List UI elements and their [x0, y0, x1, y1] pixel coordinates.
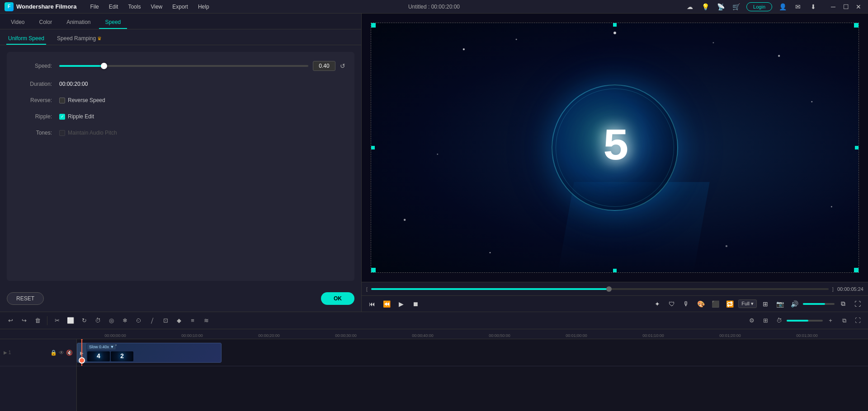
mic-icon[interactable]: 🎙 — [680, 298, 692, 310]
progress-thumb[interactable] — [606, 286, 612, 292]
speed-button[interactable]: ⏱ — [92, 315, 104, 327]
svg-point-6 — [437, 154, 438, 155]
tones-checkbox-row: Maintain Audio Pitch — [59, 130, 117, 136]
ratio-icon[interactable]: ⬛ — [709, 298, 721, 310]
ok-button[interactable]: OK — [321, 292, 354, 305]
expand-btn[interactable]: ⛶ — [852, 315, 863, 327]
download-icon[interactable]: ⬇ — [808, 2, 818, 12]
undo-button[interactable]: ↩ — [5, 315, 16, 327]
tab-color[interactable]: Color — [33, 16, 58, 29]
handle-top-mid[interactable] — [613, 23, 617, 27]
speed-row: Speed: ↺ — [16, 61, 345, 71]
playhead[interactable] — [81, 339, 82, 366]
delete-button[interactable]: 🗑 — [32, 315, 43, 327]
slow-badge[interactable]: Slow 0.40x ▼ — [87, 344, 116, 350]
tl-grid[interactable]: ⊞ — [760, 315, 771, 327]
menu-file[interactable]: File — [85, 2, 103, 12]
freeze-button[interactable]: ❄ — [119, 315, 131, 327]
maximize-button[interactable]: ☐ — [841, 2, 851, 12]
stabilize-button[interactable]: ◎ — [105, 315, 117, 327]
loop-icon[interactable]: 🔁 — [724, 298, 736, 310]
ruler-mark-7: 00:01:10:00 — [615, 333, 692, 339]
minimize-button[interactable]: ─ — [828, 2, 838, 12]
profile-icon[interactable]: 👤 — [778, 2, 788, 12]
close-button[interactable]: ✕ — [854, 2, 863, 12]
stop-button[interactable]: ⏹ — [410, 298, 421, 310]
idea-icon[interactable]: 💡 — [700, 2, 710, 12]
skip-back-button[interactable]: ⏮ — [366, 298, 378, 310]
speed-slider-container: ↺ — [59, 61, 345, 71]
zoom-fit-button[interactable]: ⊡ — [160, 315, 171, 327]
quality-select[interactable]: Full ▾ — [738, 299, 757, 308]
volume-slider[interactable] — [803, 303, 835, 305]
split-button[interactable]: ⧸ — [146, 315, 158, 327]
progress-bar[interactable] — [371, 288, 829, 290]
live-icon[interactable]: 📡 — [716, 2, 726, 12]
render-icon[interactable]: ✦ — [651, 298, 663, 310]
login-button[interactable]: Login — [746, 2, 772, 11]
tones-checkbox[interactable] — [59, 130, 65, 136]
eye-icon[interactable]: 👁 — [59, 350, 64, 356]
menu-export[interactable]: Export — [168, 2, 193, 12]
reset-speed-icon[interactable]: ↺ — [340, 62, 345, 70]
speed-value-input[interactable] — [313, 61, 335, 71]
rotate-button[interactable]: ↻ — [78, 315, 90, 327]
lock-icon[interactable]: 🔒 — [50, 350, 57, 356]
color-icon[interactable]: 🎨 — [695, 298, 707, 310]
slider-thumb[interactable] — [101, 63, 107, 69]
tl-timeline-icon[interactable]: ⏱ — [773, 315, 785, 327]
app-logo: F Wondershare Filmora — [5, 2, 76, 11]
handle-bottom-mid[interactable] — [613, 269, 617, 272]
audio-button[interactable]: ≡ — [187, 315, 198, 327]
snapshot-button[interactable]: 📷 — [774, 298, 786, 310]
shield-icon[interactable]: 🛡 — [666, 298, 678, 310]
pip-tl-btn[interactable]: ⧉ — [838, 315, 850, 327]
fit-icon[interactable]: ⊞ — [760, 298, 771, 310]
cart-icon[interactable]: 🛒 — [731, 2, 741, 12]
crop-button[interactable]: ⬜ — [65, 315, 76, 327]
duration-label: Duration: — [16, 81, 52, 87]
handle-top-right[interactable] — [854, 23, 859, 28]
zoom-slider[interactable] — [787, 320, 823, 322]
preview-frame: 5 — [371, 23, 859, 273]
tab-animation[interactable]: Animation — [60, 16, 97, 29]
subtab-ramping[interactable]: Speed Ramping ♛ — [55, 33, 104, 45]
video-clip[interactable]: ▶ Countdown 7 Slow 0.40x ▼ 4 2 — [77, 343, 222, 363]
handle-top-left[interactable] — [371, 23, 376, 28]
tab-video[interactable]: Video — [5, 16, 31, 29]
cloud-icon[interactable]: ☁ — [685, 2, 695, 12]
tab-speed[interactable]: Speed — [99, 16, 127, 29]
controls-bar: ⏮ ⏪ ▶ ⏹ ✦ 🛡 🎙 🎨 ⬛ 🔁 Full ▾ ⊞ 📷 🔊 ⧉ ⛶ — [362, 295, 868, 312]
svg-point-1 — [516, 39, 517, 40]
timer-button[interactable]: ⏲ — [132, 315, 144, 327]
ripple-checkbox[interactable] — [59, 114, 65, 120]
reverse-checkbox[interactable] — [59, 98, 65, 103]
redo-button[interactable]: ↪ — [18, 315, 30, 327]
ripple-button[interactable]: ≋ — [200, 315, 212, 327]
speaker-icon[interactable]: 🔇 — [66, 350, 73, 356]
menu-edit[interactable]: Edit — [104, 2, 123, 12]
tl-settings[interactable]: ⚙ — [746, 315, 758, 327]
speed-slider[interactable] — [59, 65, 308, 67]
handle-bottom-left[interactable] — [371, 268, 376, 272]
cut-button[interactable]: ✂ — [51, 315, 63, 327]
handle-bottom-right[interactable] — [854, 268, 859, 272]
ruler-mark-8: 00:01:20:00 — [692, 333, 769, 339]
ripple-row: Ripple: Ripple Edit — [16, 113, 345, 120]
pip-button[interactable]: ⧉ — [837, 298, 849, 310]
subtab-uniform[interactable]: Uniform Speed — [6, 33, 46, 45]
menu-tools[interactable]: Tools — [123, 2, 145, 12]
frame-back-button[interactable]: ⏪ — [381, 298, 392, 310]
menu-view[interactable]: View — [146, 2, 167, 12]
fullscreen-button[interactable]: ⛶ — [852, 298, 863, 310]
handle-mid-left[interactable] — [371, 146, 375, 149]
volume-icon[interactable]: 🔊 — [788, 298, 800, 310]
zoom-in-btn[interactable]: + — [825, 315, 836, 327]
handle-mid-right[interactable] — [855, 146, 859, 149]
tones-row: Tones: Maintain Audio Pitch — [16, 130, 345, 136]
play-button[interactable]: ▶ — [395, 298, 407, 310]
message-icon[interactable]: ✉ — [793, 2, 803, 12]
reset-button[interactable]: RESET — [7, 292, 44, 305]
menu-help[interactable]: Help — [193, 2, 214, 12]
keyframe-button[interactable]: ◆ — [173, 315, 185, 327]
